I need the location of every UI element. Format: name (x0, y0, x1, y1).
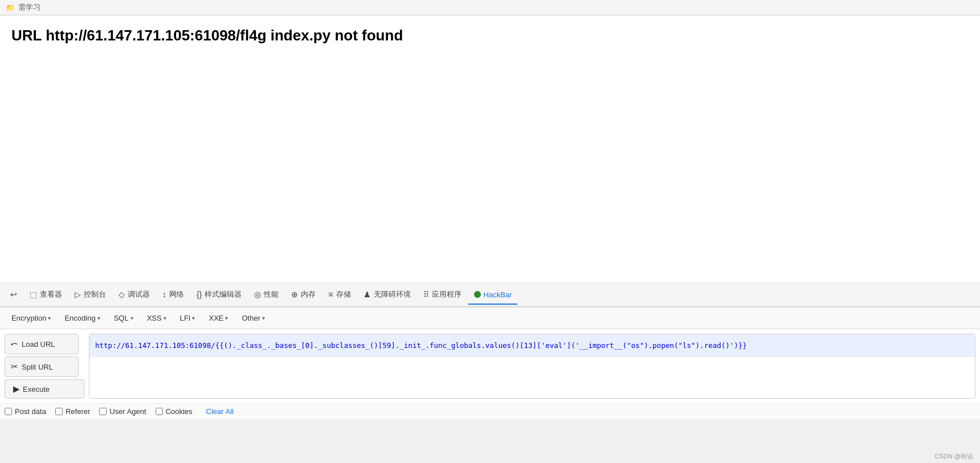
page-content: URL http://61.147.171.105:61098/fl4g ind… (0, 15, 980, 283)
execute-button[interactable]: ▶ Execute (5, 379, 84, 399)
referer-checkbox-item[interactable]: Referer (55, 407, 90, 416)
devtools-toolbar: ↩ ⬚ 查看器 ▷ 控制台 ◇ 调试器 ↕ 网络 {} 样式编辑器 ◎ 性能 ⊕… (0, 283, 980, 307)
hackbar-dot-icon (474, 291, 481, 298)
tab-debugger[interactable]: ◇ 调试器 (113, 285, 156, 305)
load-url-button[interactable]: ⤺ Load URL (5, 334, 79, 354)
cookies-checkbox[interactable] (156, 408, 163, 415)
tab-style-editor[interactable]: {} 样式编辑器 (191, 285, 247, 305)
split-url-label: Split URL (22, 363, 53, 371)
browser-top-bar: 📁 需学习 (0, 0, 980, 15)
user-agent-checkbox-item[interactable]: User Agent (99, 407, 146, 416)
menu-lfi[interactable]: LFI ▾ (174, 312, 201, 325)
menu-other-label: Other (242, 314, 260, 322)
menu-sql[interactable]: SQL ▾ (108, 312, 139, 325)
menu-encoding[interactable]: Encoding ▾ (59, 312, 105, 325)
menu-other[interactable]: Other ▾ (236, 312, 271, 325)
menu-sql-label: SQL (114, 314, 129, 322)
cookies-label: Cookies (166, 407, 193, 416)
tab-hackbar-label: HackBar (484, 290, 512, 299)
menu-xss[interactable]: XSS ▾ (141, 312, 172, 325)
tab-hackbar[interactable]: HackBar (468, 286, 518, 305)
picker-icon: ↩ (10, 290, 17, 299)
execute-icon: ▶ (13, 384, 20, 394)
hackbar-extras-row: Post data Referer User Agent Cookies Cle… (0, 403, 980, 419)
tab-apps-label: 应用程序 (432, 289, 462, 300)
tab-console[interactable]: ▷ 控制台 (69, 285, 112, 305)
hackbar-url-area (89, 334, 975, 399)
tab-inspector-label: 查看器 (40, 289, 62, 300)
menu-xxe[interactable]: XXE ▾ (203, 312, 234, 325)
tab-performance-label: 性能 (264, 289, 279, 300)
split-url-button[interactable]: ✂ Split URL (5, 357, 79, 377)
chevron-down-icon: ▾ (130, 315, 133, 321)
tab-network-label: 网络 (169, 289, 184, 300)
style-editor-icon: {} (197, 290, 202, 299)
chevron-down-icon: ▾ (262, 315, 265, 321)
clear-all-button[interactable]: Clear All (206, 407, 234, 416)
tab-accessibility[interactable]: ♟ 无障碍环境 (358, 285, 416, 305)
menu-xxe-label: XXE (209, 314, 223, 322)
menu-xss-label: XSS (147, 314, 162, 322)
storage-icon: ≡ (328, 290, 333, 299)
inspector-icon: ⬚ (30, 290, 37, 299)
post-data-checkbox-item[interactable]: Post data (5, 407, 46, 416)
breadcrumb: 需学习 (18, 2, 40, 13)
split-url-icon: ✂ (11, 362, 18, 372)
url-input[interactable] (89, 334, 975, 357)
referer-label: Referer (66, 407, 90, 416)
tab-inspector[interactable]: ⬚ 查看器 (24, 285, 68, 305)
chevron-down-icon: ▾ (164, 315, 166, 321)
hackbar-main-row: ⤺ Load URL ✂ Split URL ▶ Execute (0, 329, 980, 403)
folder-icon: 📁 (6, 3, 15, 12)
hackbar-left-col: ⤺ Load URL ✂ Split URL ▶ Execute (5, 334, 84, 399)
apps-icon: ⠿ (423, 290, 429, 299)
referer-checkbox[interactable] (55, 408, 63, 415)
accessibility-icon: ♟ (364, 290, 371, 299)
post-data-label: Post data (15, 407, 46, 416)
network-icon: ↕ (162, 290, 166, 299)
chevron-down-icon: ▾ (225, 315, 228, 321)
tab-console-label: 控制台 (84, 289, 106, 300)
menu-encryption-label: Encryption (11, 314, 46, 322)
hackbar-menu-row: Encryption ▾ Encoding ▾ SQL ▾ XSS ▾ LFI … (0, 308, 980, 329)
tab-debugger-label: 调试器 (128, 289, 150, 300)
csdn-footer: CSDN @秋说 (935, 452, 973, 461)
performance-icon: ◎ (254, 290, 261, 299)
chevron-down-icon: ▾ (97, 315, 100, 321)
tab-memory-label: 内存 (301, 289, 316, 300)
tab-network[interactable]: ↕ 网络 (157, 285, 190, 305)
hackbar-panel: Encryption ▾ Encoding ▾ SQL ▾ XSS ▾ LFI … (0, 307, 980, 419)
memory-icon: ⊕ (291, 290, 298, 299)
post-data-checkbox[interactable] (5, 408, 12, 415)
cookies-checkbox-item[interactable]: Cookies (156, 407, 193, 416)
user-agent-checkbox[interactable] (99, 408, 107, 415)
menu-encryption[interactable]: Encryption ▾ (6, 312, 56, 325)
execute-label: Execute (23, 385, 50, 394)
tab-performance[interactable]: ◎ 性能 (248, 285, 284, 305)
menu-lfi-label: LFI (180, 314, 191, 322)
chevron-down-icon: ▾ (48, 315, 51, 321)
menu-encoding-label: Encoding (64, 314, 95, 322)
load-url-icon: ⤺ (11, 339, 18, 349)
user-agent-label: User Agent (109, 407, 146, 416)
chevron-down-icon: ▾ (192, 315, 195, 321)
page-title: URL http://61.147.171.105:61098/fl4g ind… (11, 27, 969, 44)
tab-style-editor-label: 样式编辑器 (205, 289, 242, 300)
tab-picker[interactable]: ↩ (5, 285, 23, 305)
console-icon: ▷ (75, 290, 81, 299)
csdn-footer-text: CSDN @秋说 (935, 453, 973, 460)
load-url-label: Load URL (22, 340, 55, 349)
debugger-icon: ◇ (119, 290, 125, 299)
tab-memory[interactable]: ⊕ 内存 (285, 285, 321, 305)
tab-storage[interactable]: ≡ 存储 (322, 285, 356, 305)
tab-storage-label: 存储 (336, 289, 351, 300)
tab-accessibility-label: 无障碍环境 (374, 289, 411, 300)
tab-apps[interactable]: ⠿ 应用程序 (418, 285, 467, 305)
